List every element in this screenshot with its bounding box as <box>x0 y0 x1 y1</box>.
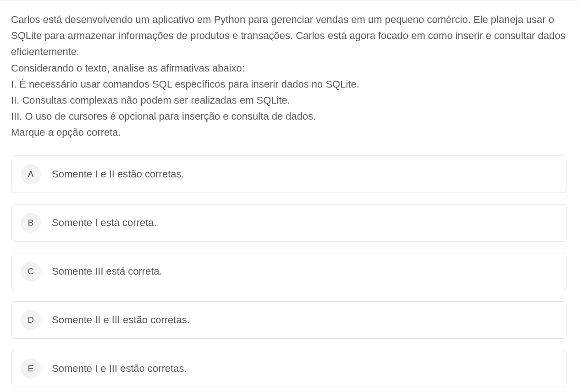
option-letter: C <box>21 261 41 282</box>
option-c[interactable]: C Somente III está correta. <box>11 253 567 290</box>
option-e[interactable]: E Somente I e III estão corretas. <box>11 350 567 387</box>
question-container: Carlos está desenvolvendo um aplicativo … <box>0 0 578 392</box>
option-d[interactable]: D Somente II e III estão corretas. <box>11 301 567 339</box>
option-text: Somente I e III estão corretas. <box>52 363 187 375</box>
question-paragraph: III. O uso de cursores é opcional para i… <box>11 108 567 124</box>
option-letter: D <box>21 310 41 330</box>
option-letter: B <box>21 213 41 233</box>
question-text: Carlos está desenvolvendo um aplicativo … <box>11 11 567 141</box>
options-list: A Somente I e II estão corretas. B Somen… <box>11 155 567 387</box>
option-text: Somente I está correta. <box>52 217 157 229</box>
option-text: Somente I e II estão corretas. <box>52 168 184 180</box>
option-letter: A <box>21 164 41 184</box>
option-text: Somente II e III estão corretas. <box>52 314 190 326</box>
question-paragraph: Carlos está desenvolvendo um aplicativo … <box>11 11 567 60</box>
option-b[interactable]: B Somente I está correta. <box>11 204 567 242</box>
option-text: Somente III está correta. <box>52 265 162 277</box>
question-paragraph: I. É necessário usar comandos SQL especí… <box>11 76 567 92</box>
option-a[interactable]: A Somente I e II estão corretas. <box>11 155 567 193</box>
question-paragraph: Considerando o texto, analise as afirmat… <box>11 60 567 76</box>
question-paragraph: Marque a opção correta. <box>11 124 567 140</box>
option-letter: E <box>21 359 41 379</box>
question-paragraph: II. Consultas complexas não podem ser re… <box>11 92 567 108</box>
